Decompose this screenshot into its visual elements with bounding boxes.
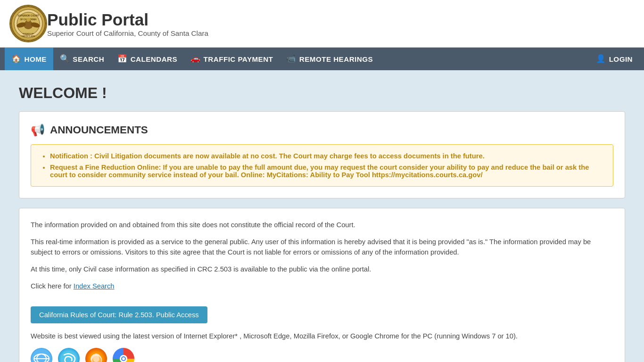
announcements-heading: ANNOUNCEMENTS — [50, 124, 148, 136]
list-item: Notification : Civil Litigation document… — [50, 152, 603, 160]
nav-label-home: HOME — [24, 55, 46, 63]
nav-label-remote-hearings: REMOTE HEARINGS — [299, 55, 373, 63]
svg-text:SANTA CLARA: SANTA CLARA — [22, 35, 35, 37]
announcements-box: Notification : Civil Litigation document… — [31, 144, 613, 187]
car-icon: 🚗 — [190, 54, 200, 64]
click-here-prefix: Click here for — [31, 282, 74, 290]
chrome-icon — [113, 348, 134, 362]
info-para-2: This real-time information is provided a… — [31, 237, 613, 257]
search-icon: 🔍 — [60, 54, 70, 64]
user-icon: 👤 — [596, 54, 606, 64]
header-title: Public Portal — [47, 10, 208, 29]
nav-label-traffic: TRAFFIC PAYMENT — [204, 55, 273, 63]
info-para-4: Click here for Index Search — [31, 281, 613, 291]
header-subtitle: Superior Court of California, County of … — [47, 29, 208, 37]
nav-item-calendars[interactable]: 📅 CALENDARS — [111, 48, 184, 70]
nav-item-home[interactable]: 🏠 HOME — [5, 48, 53, 70]
browser-note: Website is best viewed using the latest … — [31, 331, 613, 341]
nav-item-traffic-payment[interactable]: 🚗 TRAFFIC PAYMENT — [184, 48, 280, 70]
nav-label-login: LOGIN — [609, 55, 633, 63]
video-icon: 📹 — [286, 54, 296, 64]
svg-point-13 — [34, 354, 49, 362]
announcements-card: 📢 ANNOUNCEMENTS Notification : Civil Lit… — [19, 111, 625, 198]
svg-point-19 — [122, 357, 125, 360]
header-title-block: Public Portal Superior Court of Californ… — [47, 10, 208, 37]
list-item: Request a Fine Reduction Online: If you … — [50, 164, 603, 179]
court-seal: SUPERIOR COURT OF CALIFORNIA COUNTY OF S… — [9, 5, 47, 42]
megaphone-icon: 📢 — [31, 123, 45, 137]
firefox-icon — [85, 348, 107, 362]
nav-label-search: SEARCH — [73, 55, 104, 63]
nav-item-search[interactable]: 🔍 SEARCH — [53, 48, 111, 70]
info-para-1: The information provided on and obtained… — [31, 220, 613, 230]
nav-item-remote-hearings[interactable]: 📹 REMOTE HEARINGS — [280, 48, 380, 70]
edge-icon — [58, 348, 80, 362]
nav-item-login[interactable]: 👤 LOGIN — [589, 48, 639, 70]
announcements-list: Notification : Civil Litigation document… — [41, 152, 603, 179]
navbar: 🏠 HOME 🔍 SEARCH 📅 CALENDARS 🚗 TRAFFIC PA… — [0, 48, 644, 70]
home-icon: 🏠 — [11, 54, 21, 64]
info-card: The information provided on and obtained… — [19, 208, 625, 362]
main-content: WELCOME ! 📢 ANNOUNCEMENTS Notification :… — [0, 70, 644, 362]
svg-text:SUPERIOR COURT: SUPERIOR COURT — [17, 14, 39, 17]
info-para-3: At this time, only Civil case informatio… — [31, 264, 613, 274]
svg-point-12 — [37, 354, 46, 362]
welcome-title: WELCOME ! — [19, 84, 625, 102]
header: SUPERIOR COURT OF CALIFORNIA COUNTY OF S… — [0, 0, 644, 48]
svg-point-9 — [26, 18, 30, 22]
browser-icons — [31, 348, 613, 362]
ca-rules-button[interactable]: California Rules of Court: Rule 2.503. P… — [31, 306, 207, 323]
announcements-header: 📢 ANNOUNCEMENTS — [31, 123, 613, 137]
index-search-link[interactable]: Index Search — [74, 282, 115, 290]
nav-label-calendars: CALENDARS — [131, 55, 177, 63]
ie-icon — [31, 348, 52, 362]
calendar-icon: 📅 — [117, 54, 127, 64]
